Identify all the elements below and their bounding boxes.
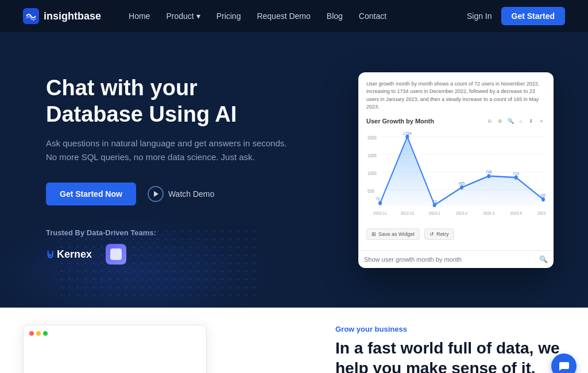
save-widget-icon: ⊞ xyxy=(372,231,376,237)
svg-text:465: 465 xyxy=(459,180,465,186)
svg-text:2022-12: 2022-12 xyxy=(400,210,414,216)
chart-card-inner: User growth month by month shows a count… xyxy=(358,72,554,250)
bottom-tag: Grow your business xyxy=(335,325,565,333)
logo-box-inner xyxy=(110,248,122,260)
svg-text:2023-5: 2023-5 xyxy=(537,210,546,216)
logo[interactable]: insightbase xyxy=(23,8,101,24)
chart-icon-download[interactable]: ⬇ xyxy=(527,117,535,125)
chart-icon-menu[interactable]: ≡ xyxy=(537,117,546,125)
dot-red xyxy=(29,331,34,336)
chart-search-button[interactable]: 🔍 xyxy=(539,255,548,263)
nav-links: Home Product ▾ Pricing Request Demo Blog… xyxy=(129,11,467,21)
nav-pricing[interactable]: Pricing xyxy=(216,11,241,21)
get-started-button[interactable]: Get Started xyxy=(501,7,565,25)
logo-icon xyxy=(23,8,39,24)
chat-bubble-button[interactable] xyxy=(551,353,577,373)
hero-buttons: Get Started Now Watch Demo xyxy=(46,182,287,205)
svg-text:2023-3: 2023-3 xyxy=(483,210,494,216)
chart-icon-zoom-out[interactable]: ⊖ xyxy=(486,117,494,125)
nav-product[interactable]: Product ▾ xyxy=(166,11,200,21)
chart-card: User growth month by month shows a count… xyxy=(358,72,554,268)
kernex-k-icon: ⊌ xyxy=(46,247,55,261)
chart-summary-text: User growth month by month shows a count… xyxy=(366,80,546,111)
svg-text:500: 500 xyxy=(368,188,374,193)
trusted-label: Trusted By Data-Driven Teams: xyxy=(46,228,287,237)
chart-header: User Growth by Month ⊖ ⊕ 🔍 ⌂ ⬇ ≡ xyxy=(366,117,546,125)
hero-left: Chat with your Database Using AI Ask que… xyxy=(46,75,287,265)
svg-text:748: 748 xyxy=(486,169,492,174)
dot-green xyxy=(43,331,48,336)
svg-text:1000: 1000 xyxy=(368,170,377,176)
logo-kernex: ⊌ Kernex xyxy=(46,247,92,261)
chart-toolbar-icons: ⊖ ⊕ 🔍 ⌂ ⬇ ≡ xyxy=(486,117,546,125)
hero-cta-primary[interactable]: Get Started Now xyxy=(46,182,136,205)
chart-icon-search[interactable]: 🔍 xyxy=(506,117,514,125)
watch-demo-button[interactable]: Watch Demo xyxy=(148,186,214,202)
chat-icon xyxy=(558,360,570,372)
nav-blog[interactable]: Blog xyxy=(327,11,343,21)
chart-input-row: 🔍 xyxy=(358,250,554,268)
trusted-section: Trusted By Data-Driven Teams: ⊌ Kernex xyxy=(46,228,287,265)
bottom-right: Grow your business In a fast world full … xyxy=(335,325,565,373)
dot-yellow xyxy=(36,331,41,336)
chart-footer: ⊞ Save as Widget ↺ Retry xyxy=(366,224,546,242)
play-icon xyxy=(148,186,164,202)
bottom-card-preview xyxy=(23,325,207,373)
window-dots xyxy=(29,331,200,336)
chart-area: 2000 1500 1000 500 xyxy=(366,130,546,222)
chart-query-input[interactable] xyxy=(364,256,539,263)
save-as-widget-button[interactable]: ⊞ Save as Widget xyxy=(366,228,420,240)
svg-text:2023-4: 2023-4 xyxy=(510,210,522,216)
svg-text:714: 714 xyxy=(513,170,519,176)
svg-text:72: 72 xyxy=(376,196,380,201)
chart-icon-home[interactable]: ⌂ xyxy=(517,117,525,125)
bottom-heading: In a fast world full of data, we help yo… xyxy=(335,338,565,373)
nav-home[interactable]: Home xyxy=(129,11,150,21)
nav-contact[interactable]: Contact xyxy=(359,11,386,21)
svg-text:2000: 2000 xyxy=(368,135,377,141)
svg-text:23: 23 xyxy=(432,199,436,204)
bottom-section: Grow your business In a fast world full … xyxy=(0,308,588,373)
chevron-down-icon: ▾ xyxy=(196,11,200,21)
svg-text:1734: 1734 xyxy=(403,130,411,135)
signin-button[interactable]: Sign In xyxy=(467,11,492,21)
logo-box xyxy=(106,244,126,265)
svg-text:165: 165 xyxy=(540,192,546,198)
retry-button[interactable]: ↺ Retry xyxy=(424,228,454,240)
trusted-logos: ⊌ Kernex xyxy=(46,244,287,265)
hero-section: Chat with your Database Using AI Ask que… xyxy=(0,32,588,308)
navbar: insightbase Home Product ▾ Pricing Reque… xyxy=(0,0,588,32)
svg-text:2023-1: 2023-1 xyxy=(429,210,440,216)
hero-title: Chat with your Database Using AI xyxy=(46,75,287,127)
svg-text:2022-11: 2022-11 xyxy=(373,210,387,216)
svg-text:2023-2: 2023-2 xyxy=(456,210,467,216)
nav-request-demo[interactable]: Request Demo xyxy=(257,11,310,21)
chart-icon-zoom-in[interactable]: ⊕ xyxy=(496,117,504,125)
retry-icon: ↺ xyxy=(430,231,434,237)
nav-actions: Sign In Get Started xyxy=(467,7,565,25)
svg-text:1500: 1500 xyxy=(368,153,377,158)
chart-title-label: User Growth by Month xyxy=(366,118,434,125)
hero-subtitle: Ask questions in natural language and ge… xyxy=(46,137,287,164)
hero-right: User growth month by month shows a count… xyxy=(358,72,554,268)
